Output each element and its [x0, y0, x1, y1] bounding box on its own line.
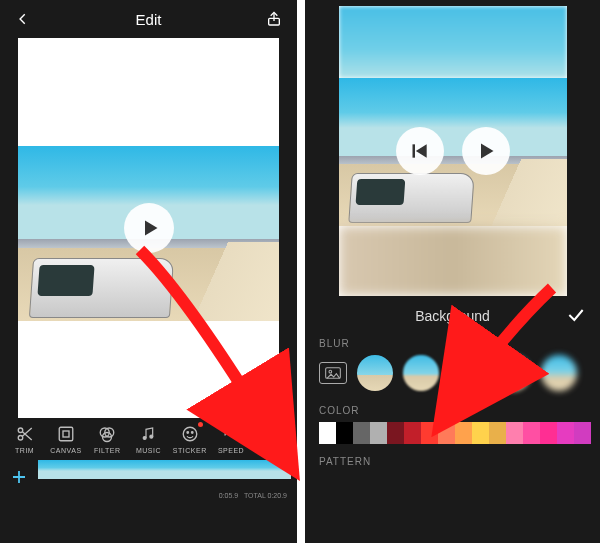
tool-trim[interactable]: TRIM	[8, 424, 42, 454]
timeline-strip[interactable]	[38, 460, 291, 494]
color-swatch[interactable]	[557, 422, 574, 444]
badge-dot	[198, 422, 203, 427]
video-preview[interactable]	[18, 38, 279, 418]
color-swatch[interactable]	[370, 422, 387, 444]
color-swatch[interactable]	[455, 422, 472, 444]
tool-filter[interactable]: FILTER	[90, 424, 124, 454]
confirm-button[interactable]	[566, 305, 586, 328]
timeline-labels: 0:05.9 TOTAL 0:20.9	[219, 492, 287, 499]
canvas-icon	[56, 424, 76, 444]
color-swatches	[305, 420, 600, 450]
add-clip-button[interactable]	[6, 464, 32, 490]
section-color-label: COLOR	[305, 399, 600, 420]
back-button[interactable]	[12, 8, 34, 30]
svg-point-13	[191, 432, 193, 434]
color-swatch[interactable]	[472, 422, 489, 444]
prev-button[interactable]	[396, 127, 444, 175]
svg-rect-5	[63, 431, 69, 437]
svg-marker-17	[481, 144, 494, 159]
color-swatch[interactable]	[421, 422, 438, 444]
play-button[interactable]	[124, 203, 174, 253]
top-bar: Edit	[0, 0, 297, 38]
editor-screen-background: Background BLUR COLOR PATTERN	[305, 0, 600, 543]
color-swatch[interactable]	[438, 422, 455, 444]
svg-marker-1	[145, 221, 158, 236]
share-button[interactable]	[263, 8, 285, 30]
svg-marker-15	[415, 144, 426, 157]
color-swatch[interactable]	[506, 422, 523, 444]
sticker-icon	[180, 424, 200, 444]
svg-point-19	[329, 370, 332, 373]
section-pattern-label: PATTERN	[305, 450, 600, 471]
panel-header: Background	[305, 296, 600, 332]
tool-sticker[interactable]: STICKER	[173, 424, 207, 454]
color-swatch[interactable]	[387, 422, 404, 444]
video-preview-bg[interactable]	[339, 6, 567, 296]
speed-icon	[221, 424, 241, 444]
subject-truckcap	[29, 258, 174, 318]
blur-option-5[interactable]	[541, 355, 577, 391]
blur-option-1[interactable]	[357, 355, 393, 391]
color-swatch[interactable]	[523, 422, 540, 444]
subject-truckcap	[348, 173, 475, 223]
pick-image-button[interactable]	[319, 362, 347, 384]
color-swatch[interactable]	[489, 422, 506, 444]
tool-music[interactable]: MUSIC	[131, 424, 165, 454]
svg-point-3	[18, 436, 23, 441]
color-swatch[interactable]	[574, 422, 591, 444]
scissors-icon	[15, 424, 35, 444]
tool-speed[interactable]: SPEED	[214, 424, 248, 454]
filter-icon	[97, 424, 117, 444]
svg-point-12	[187, 432, 189, 434]
blur-options	[305, 353, 600, 399]
editor-screen-main: Edit TRIM CANVAS	[0, 0, 305, 543]
svg-point-10	[150, 435, 153, 438]
svg-rect-16	[412, 144, 415, 157]
color-swatch[interactable]	[353, 422, 370, 444]
svg-point-2	[18, 428, 23, 433]
color-swatch[interactable]	[336, 422, 353, 444]
playback-controls	[396, 127, 510, 175]
svg-point-11	[183, 427, 197, 441]
play-button[interactable]	[462, 127, 510, 175]
svg-rect-4	[59, 427, 73, 441]
section-blur-label: BLUR	[305, 332, 600, 353]
blur-option-4[interactable]	[495, 355, 531, 391]
blur-option-3-selected[interactable]	[449, 355, 485, 391]
tool-canvas[interactable]: CANVAS	[49, 424, 83, 454]
color-swatch[interactable]	[540, 422, 557, 444]
tool-bg[interactable]: BG	[255, 424, 289, 454]
music-icon	[138, 424, 158, 444]
color-swatch[interactable]	[319, 422, 336, 444]
edit-toolbar: TRIM CANVAS FILTER MUSIC STICKER	[0, 418, 297, 456]
color-swatch[interactable]	[404, 422, 421, 444]
panel-title: Background	[415, 308, 490, 324]
blur-option-2[interactable]	[403, 355, 439, 391]
bg-icon	[262, 424, 282, 444]
page-title: Edit	[34, 11, 263, 28]
svg-point-9	[144, 437, 147, 440]
